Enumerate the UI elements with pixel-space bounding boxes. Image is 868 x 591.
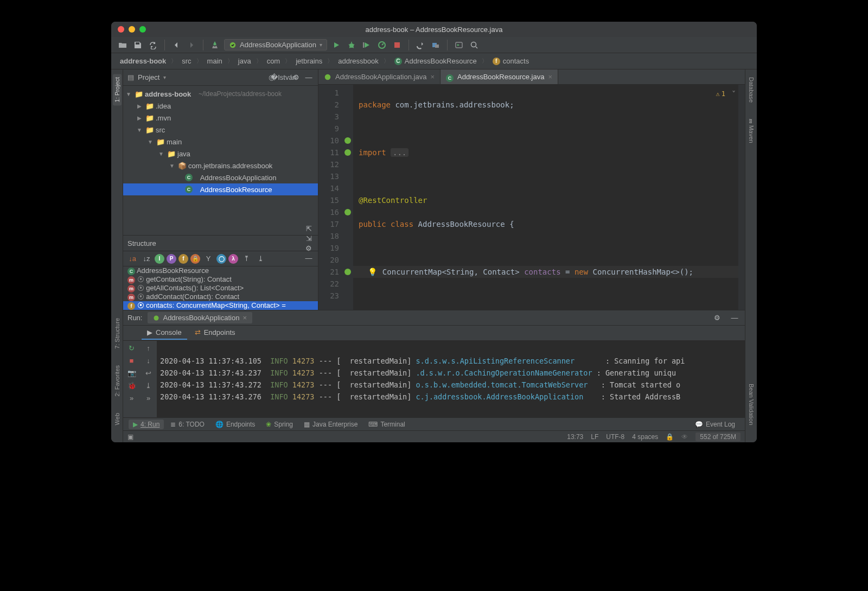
tree-node[interactable]: ▼📁java [123, 148, 318, 160]
filter-icon[interactable]: Y [202, 253, 214, 265]
close-tab-icon[interactable]: × [548, 73, 552, 81]
tree-node-class[interactable]: C AddressBookResource [123, 183, 318, 195]
up-icon[interactable]: ↑ [146, 344, 150, 352]
breadcrumb[interactable]: addressbook [335, 56, 381, 66]
filter-icon[interactable]: I [155, 254, 164, 264]
indent-settings[interactable]: 4 spaces [632, 433, 658, 441]
more-icon[interactable]: » [146, 394, 150, 402]
console-output[interactable]: 2020-04-13 11:37:43.105 INFO 14273 --- [… [157, 341, 745, 417]
structure-member[interactable]: m ⦿ addContact(Contact): Contact [123, 293, 318, 301]
tree-node[interactable]: ▶📁.idea [123, 100, 318, 112]
editor-tab[interactable]: AddressBookApplication.java × [318, 69, 441, 84]
filter-icon[interactable]: 🔒 [190, 254, 200, 264]
stripe-tab-structure[interactable]: 7: Structure [113, 315, 122, 352]
tree-node-root[interactable]: ▼📁address-book ~/IdeaProjects/address-bo… [123, 88, 318, 100]
bottom-tab-run[interactable]: ▶4: Run [129, 420, 164, 429]
structure-member[interactable]: f ⦿ contacts: ConcurrentMap<String, Cont… [123, 301, 318, 310]
spring-gutter-icon[interactable] [344, 269, 351, 275]
debug-icon[interactable] [346, 39, 358, 51]
close-window-button[interactable] [118, 26, 124, 33]
expand-icon[interactable]: �István [279, 73, 289, 82]
bottom-tab-todo[interactable]: ≣6: TODO [166, 420, 209, 429]
tree-node[interactable]: ▼📁main [123, 136, 318, 148]
close-icon[interactable]: × [242, 314, 247, 322]
minimize-window-button[interactable] [129, 26, 135, 33]
next-highlight-icon[interactable]: ˅ [732, 88, 736, 100]
run-config-tab[interactable]: AddressBookApplication × [148, 312, 252, 323]
tree-node[interactable]: ▼📁src [123, 124, 318, 136]
expand-icon[interactable]: ⇲ [304, 233, 314, 243]
camera-icon[interactable]: 📷 [127, 369, 136, 377]
tree-node-package[interactable]: ▼📦com.jetbrains.addressbook [123, 160, 318, 171]
tree-node[interactable]: ▶📁.mvn [123, 112, 318, 124]
bottom-tab-eventlog[interactable]: 💬Event Log [691, 420, 739, 429]
breadcrumb[interactable]: com [264, 56, 284, 66]
scroll-end-icon[interactable]: ⤓ [145, 382, 151, 390]
rerun-icon[interactable]: ↻ [129, 344, 135, 352]
maximize-window-button[interactable] [139, 26, 146, 33]
lock-icon[interactable]: 🔒 [666, 433, 674, 441]
bottom-tab-endpoints[interactable]: 🌐Endpoints [211, 420, 259, 429]
structure-class[interactable]: C AddressBookResource [123, 266, 318, 275]
breadcrumb[interactable]: jetbrains [292, 56, 326, 66]
save-all-icon[interactable] [132, 39, 144, 51]
hide-icon[interactable]: — [304, 73, 314, 82]
gear-icon[interactable]: ⚙ [291, 73, 301, 82]
project-tree[interactable]: ▼📁address-book ~/IdeaProjects/address-bo… [123, 86, 318, 235]
coverage-icon[interactable] [361, 39, 373, 51]
console-tab[interactable]: ▶Console [142, 326, 187, 340]
code-area[interactable]: 1 2 3 9 10 11 12 13 14 15 16 17 [318, 85, 745, 310]
collapse-icon[interactable]: ⇱ [304, 224, 314, 233]
open-icon[interactable] [117, 39, 129, 51]
editor-scrollbar[interactable] [738, 85, 745, 310]
forward-icon[interactable] [186, 39, 197, 51]
stripe-tab-maven[interactable]: m Maven [747, 116, 756, 147]
filter-icon[interactable]: f [178, 254, 188, 264]
more-icon[interactable]: » [130, 394, 133, 402]
sync-icon[interactable] [147, 39, 159, 51]
bottom-tab-terminal[interactable]: ⌨Terminal [364, 420, 409, 429]
debug-restart-icon[interactable]: 🐞 [127, 382, 136, 390]
sort-alpha-icon[interactable]: ↓a [126, 253, 138, 265]
sort-visibility-icon[interactable]: ↓z [141, 253, 152, 265]
close-tab-icon[interactable]: × [430, 73, 435, 81]
filter-icon[interactable]: λ [228, 254, 238, 264]
breadcrumb[interactable]: address-book [117, 56, 169, 66]
spring-gutter-icon[interactable] [344, 209, 351, 215]
collapse-all-icon[interactable]: ⤓ [254, 253, 266, 265]
memory-indicator[interactable]: 552 of 725M [695, 433, 741, 441]
breadcrumb[interactable]: src [178, 56, 194, 66]
stripe-tab-bean-validation[interactable]: Bean Validation [747, 380, 756, 428]
gear-icon[interactable]: ⚙ [711, 312, 723, 324]
breadcrumb[interactable]: main [204, 56, 226, 66]
line-separator[interactable]: LF [591, 433, 598, 441]
filter-icon[interactable]: ◯ [216, 254, 226, 264]
back-icon[interactable] [170, 39, 182, 51]
profile-icon[interactable] [376, 39, 388, 51]
chevron-down-icon[interactable]: ▾ [163, 74, 166, 80]
run-icon[interactable] [330, 39, 342, 51]
structure-member[interactable]: m ⦿ getAllContacts(): List<Contact> [123, 284, 318, 293]
bottom-tab-spring[interactable]: ❀Spring [261, 420, 297, 429]
structure-tree[interactable]: C AddressBookResource m ⦿ getContact(Str… [123, 266, 318, 310]
structure-member[interactable]: m ⦿ getContact(String): Contact [123, 275, 318, 284]
breadcrumb[interactable]: fcontacts [489, 56, 532, 66]
bottom-tab-javaee[interactable]: ▦Java Enterprise [299, 420, 362, 429]
tree-node-class[interactable]: C AddressBookApplication [123, 171, 318, 183]
run-anything-icon[interactable] [453, 39, 465, 51]
breadcrumb[interactable]: CAddressBookResource [391, 56, 480, 66]
stripe-tab-web[interactable]: Web [113, 410, 122, 428]
filter-icon[interactable]: P [167, 254, 176, 264]
attach-icon[interactable] [430, 39, 442, 51]
down-icon[interactable]: ↓ [146, 357, 150, 365]
inspection-warning-badge[interactable]: ⚠ 1 [716, 88, 725, 100]
spring-gutter-icon[interactable] [344, 137, 351, 144]
hide-icon[interactable]: — [729, 312, 741, 324]
caret-position[interactable]: 13:73 [567, 433, 583, 441]
tool-window-toggle-icon[interactable]: ▣ [127, 433, 133, 441]
stripe-tab-database[interactable]: Database [747, 74, 756, 106]
file-encoding[interactable]: UTF-8 [606, 433, 624, 441]
stop-icon[interactable] [391, 39, 403, 51]
soft-wrap-icon[interactable]: ↩ [145, 369, 151, 377]
intention-bulb-icon[interactable]: 💡 [368, 268, 377, 276]
